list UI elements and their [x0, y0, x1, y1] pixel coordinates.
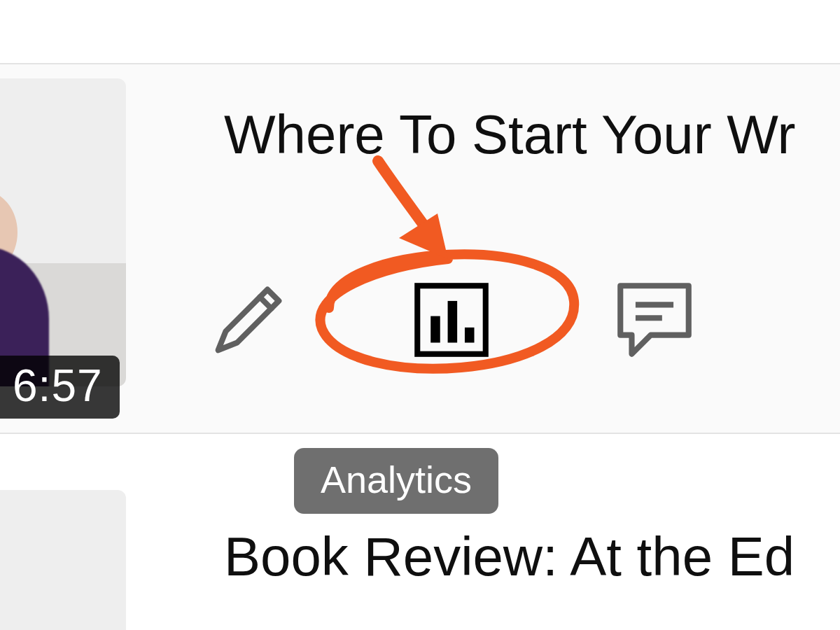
- video-row: 6:57 Where To Start Your Wr: [0, 63, 840, 434]
- bar-chart-icon: [406, 274, 497, 365]
- video-thumbnail[interactable]: [0, 78, 126, 386]
- edit-button[interactable]: [203, 274, 294, 365]
- comments-button[interactable]: [609, 274, 700, 365]
- video-thumbnail[interactable]: [0, 490, 126, 630]
- svg-marker-0: [218, 290, 279, 351]
- svg-rect-5: [465, 328, 475, 343]
- svg-line-1: [260, 298, 271, 309]
- svg-rect-3: [430, 316, 440, 343]
- comment-icon: [609, 274, 700, 365]
- video-action-bar: [203, 274, 700, 365]
- svg-rect-4: [448, 301, 458, 343]
- video-row: Book Review: At the Ed: [0, 490, 840, 630]
- analytics-button[interactable]: [406, 274, 497, 365]
- video-duration-badge: 6:57: [0, 356, 120, 419]
- pencil-icon: [203, 274, 294, 365]
- video-title[interactable]: Where To Start Your Wr: [224, 103, 796, 167]
- video-title[interactable]: Book Review: At the Ed: [224, 525, 794, 589]
